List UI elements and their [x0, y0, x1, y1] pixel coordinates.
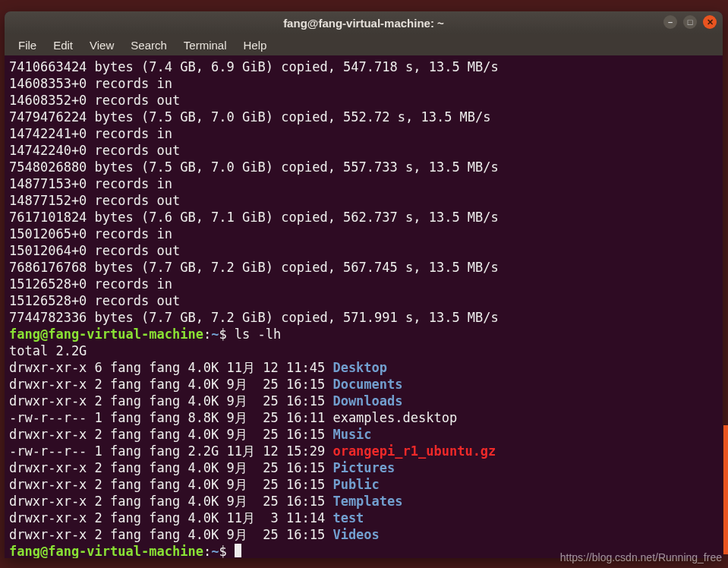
launcher-edge: [723, 425, 728, 554]
ls-row: drwxr-xr-x 6 fang fang 4.0K 11月 12 11:45…: [9, 359, 718, 376]
dd-output-line: 15012065+0 records in: [9, 226, 718, 242]
ls-row: drwxr-xr-x 2 fang fang 4.0K 9月 25 16:15 …: [9, 426, 718, 443]
window-title: fang@fang-virtual-machine: ~: [283, 17, 444, 30]
cursor: [235, 544, 241, 557]
menubar: File Edit View Search Terminal Help: [5, 34, 723, 55]
prompt-path: ~: [211, 544, 219, 558]
menu-edit[interactable]: Edit: [46, 36, 80, 54]
ls-filename: Templates: [332, 494, 402, 509]
dd-output-line: 7744782336 bytes (7.7 GB, 7.2 GiB) copie…: [9, 309, 718, 326]
ls-row: drwxr-xr-x 2 fang fang 4.0K 11月 3 11:14 …: [9, 510, 718, 526]
ls-row: drwxr-xr-x 2 fang fang 4.0K 9月 25 16:15 …: [9, 376, 718, 393]
prompt-sep: :: [203, 327, 211, 342]
ls-filename: Videos: [332, 527, 379, 542]
ls-row: drwxr-xr-x 2 fang fang 4.0K 9月 25 16:15 …: [9, 493, 718, 510]
ls-filename: Downloads: [332, 393, 402, 409]
menu-help[interactable]: Help: [236, 36, 275, 54]
ls-filename: test: [332, 510, 364, 525]
dd-output-line: 14742240+0 records out: [9, 142, 718, 159]
dd-output-line: 14877152+0 records out: [9, 192, 718, 209]
dd-output-line: 7617101824 bytes (7.6 GB, 7.1 GiB) copie…: [9, 209, 718, 226]
prompt-line: fang@fang-virtual-machine:~$ ls -lh: [9, 326, 718, 342]
terminal-window: fang@fang-virtual-machine: ~ – □ ✕ File …: [5, 11, 723, 558]
dd-output-line: 15012064+0 records out: [9, 242, 718, 259]
minimize-button[interactable]: –: [663, 15, 677, 29]
menu-terminal[interactable]: Terminal: [176, 36, 235, 54]
dd-output-line: 7548026880 bytes (7.5 GB, 7.0 GiB) copie…: [9, 159, 718, 175]
prompt-dollar: $: [219, 544, 234, 558]
dd-output-line: 7686176768 bytes (7.7 GB, 7.2 GiB) copie…: [9, 259, 718, 276]
ls-filename: examples.desktop: [332, 410, 457, 425]
dd-output-line: 14608353+0 records in: [9, 75, 718, 92]
window-controls: – □ ✕: [663, 15, 717, 29]
dd-output-line: 14742241+0 records in: [9, 125, 718, 142]
ls-row: drwxr-xr-x 2 fang fang 4.0K 9月 25 16:15 …: [9, 476, 718, 493]
ls-row: drwxr-xr-x 2 fang fang 4.0K 9月 25 16:15 …: [9, 459, 718, 476]
ls-row: -rw-r--r-- 1 fang fang 2.2G 11月 12 15:29…: [9, 443, 718, 459]
titlebar[interactable]: fang@fang-virtual-machine: ~ – □ ✕: [5, 11, 723, 34]
dd-output-line: 15126528+0 records in: [9, 276, 718, 292]
ls-filename: Desktop: [332, 360, 387, 375]
dd-output-line: 7410663424 bytes (7.4 GB, 6.9 GiB) copie…: [9, 58, 718, 75]
ls-filename: Pictures: [332, 460, 395, 475]
prompt-user-host: fang@fang-virtual-machine: [9, 327, 203, 342]
dd-output-line: 7479476224 bytes (7.5 GB, 7.0 GiB) copie…: [9, 109, 718, 125]
ls-total-line: total 2.2G: [9, 342, 718, 359]
prompt-dollar: $: [219, 327, 234, 342]
close-button[interactable]: ✕: [703, 15, 717, 29]
ls-row: -rw-r--r-- 1 fang fang 8.8K 9月 25 16:11 …: [9, 409, 718, 426]
prompt-path: ~: [211, 327, 219, 342]
ls-filename: orangepi_r1_ubuntu.gz: [332, 443, 496, 459]
watermark: https://blog.csdn.net/Running_free: [560, 551, 722, 563]
dd-output-line: 14877153+0 records in: [9, 175, 718, 192]
maximize-button[interactable]: □: [683, 15, 697, 29]
ls-row: drwxr-xr-x 2 fang fang 4.0K 9月 25 16:15 …: [9, 393, 718, 409]
ls-filename: Documents: [332, 377, 402, 392]
terminal-body[interactable]: 7410663424 bytes (7.4 GB, 6.9 GiB) copie…: [5, 55, 723, 558]
dd-output-line: 15126528+0 records out: [9, 292, 718, 309]
ls-filename: Public: [332, 477, 379, 492]
prompt-user-host: fang@fang-virtual-machine: [9, 544, 203, 558]
prompt-sep: :: [203, 544, 211, 558]
ls-row: drwxr-xr-x 2 fang fang 4.0K 9月 25 16:15 …: [9, 526, 718, 543]
ls-filename: Music: [332, 427, 371, 442]
menu-search[interactable]: Search: [123, 36, 175, 54]
command-ls: ls -lh: [235, 327, 281, 342]
menu-file[interactable]: File: [11, 36, 44, 54]
menu-view[interactable]: View: [82, 36, 121, 54]
dd-output-line: 14608352+0 records out: [9, 92, 718, 109]
